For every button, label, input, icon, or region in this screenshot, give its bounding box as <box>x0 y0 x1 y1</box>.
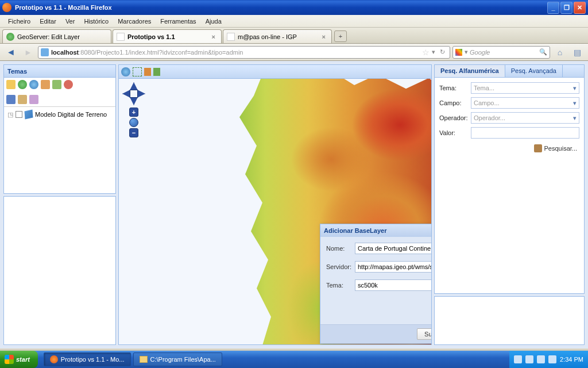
window-minimize-button[interactable]: _ <box>547 2 559 14</box>
submeter-button[interactable]: Submeter <box>417 328 431 340</box>
zoom-out-button[interactable]: − <box>129 128 138 137</box>
themes-panel-title: Temas <box>7 68 27 75</box>
home-button[interactable]: ⌂ <box>552 45 567 59</box>
themes-panel-header: Temas <box>4 65 115 78</box>
servidor-label: Servidor: <box>326 263 355 270</box>
operador-combo[interactable]: Operador... <box>471 112 579 124</box>
window-title: Prototipo vs 1.1 - Mozilla Firefox <box>15 4 547 11</box>
bookmarks-button[interactable]: ▤ <box>570 45 585 59</box>
nome-input[interactable]: Carta de Portugal Continental <box>355 243 431 254</box>
tab-label: GeoServer: Edit Layer <box>17 33 80 40</box>
clock[interactable]: 2:34 PM <box>560 356 583 363</box>
globe-icon[interactable] <box>18 80 27 89</box>
themes-toolbar <box>4 78 115 107</box>
start-button[interactable]: start <box>0 351 38 368</box>
servidor-select[interactable]: http://mapas.igeo.pt/wms/sc500k <box>355 261 431 273</box>
tab-strip: GeoServer: Edit Layer Prototipo vs 1.1 ×… <box>0 28 588 44</box>
menu-file[interactable]: Ficheiro <box>3 17 35 26</box>
tray-icon[interactable] <box>548 355 556 363</box>
firefox-icon <box>50 355 58 363</box>
expand-icon[interactable]: ◳ <box>7 111 13 118</box>
tray-icon[interactable] <box>525 355 533 363</box>
menu-bookmarks[interactable]: Marcadores <box>113 17 156 26</box>
pesquisar-button[interactable]: Pesquisar... <box>544 145 577 152</box>
taskbar-item-firefox[interactable]: Prototipo vs 1.1 - Mo... <box>44 352 131 366</box>
map-toolbar <box>119 65 431 79</box>
search-box[interactable]: ▾ Google 🔍 <box>452 46 550 59</box>
geoserver-icon <box>6 33 14 41</box>
tray-icon[interactable] <box>514 355 522 363</box>
tab-mapas[interactable]: m@pas on-line - IGP × <box>223 29 332 43</box>
save-icon[interactable] <box>6 95 16 104</box>
database-icon <box>534 144 542 152</box>
pan-north-button[interactable] <box>130 82 138 90</box>
tema-combo[interactable]: Tema... <box>471 82 579 94</box>
layer-tree: ◳ Modelo Digital de Terreno <box>4 107 115 122</box>
add-layer-icon[interactable] <box>6 80 16 89</box>
map-panel: + − Adicionar BaseLayer × Nome: Carta <box>118 64 432 345</box>
dropdown-arrow-icon[interactable]: ▾ <box>430 48 438 56</box>
pan-west-button[interactable] <box>122 90 130 98</box>
layer-icon[interactable] <box>41 80 50 89</box>
window-maximize-button[interactable]: ❐ <box>560 2 572 14</box>
page-content: Temas ◳ Modelo Digital de Terre <box>0 61 588 348</box>
action-icon[interactable] <box>52 80 61 89</box>
tab-alfanumerica[interactable]: Pesq. Alfanumérica <box>435 65 505 77</box>
window-titlebar: Prototipo vs 1.1 - Mozilla Firefox _ ❐ ✕ <box>0 0 588 15</box>
dropdown-arrow-icon[interactable]: ▾ <box>465 48 468 56</box>
bookmark-star-icon[interactable]: ☆ <box>422 48 430 57</box>
valor-label: Valor: <box>439 129 471 136</box>
tema-select[interactable]: sc500k <box>355 279 431 291</box>
add-baselayer-dialog: Adicionar BaseLayer × Nome: Carta de Por… <box>320 224 431 344</box>
google-icon <box>455 49 462 56</box>
tray-icon[interactable] <box>537 355 545 363</box>
tree-row[interactable]: ◳ Modelo Digital de Terreno <box>7 110 112 118</box>
map-canvas[interactable]: + − Adicionar BaseLayer × Nome: Carta <box>119 79 431 344</box>
search-panel: Pesq. Alfanumérica Pesq. Avançada Tema: … <box>434 64 585 294</box>
new-tab-button[interactable]: + <box>334 30 347 42</box>
reload-icon[interactable]: ↻ <box>438 48 447 56</box>
dialog-titlebar[interactable]: Adicionar BaseLayer × <box>320 224 431 237</box>
zoom-in-button[interactable]: + <box>129 108 138 117</box>
menu-help[interactable]: Ajuda <box>201 17 226 26</box>
windows-taskbar: start Prototipo vs 1.1 - Mo... C:\Progra… <box>0 351 588 368</box>
firefox-icon <box>2 3 11 12</box>
back-button[interactable]: ◄ <box>3 45 18 59</box>
pan-south-button[interactable] <box>130 97 138 105</box>
menu-tools[interactable]: Ferramentas <box>156 17 200 26</box>
valor-input[interactable] <box>471 127 579 139</box>
tab-geoserver[interactable]: GeoServer: Edit Layer <box>2 29 111 43</box>
campo-combo[interactable]: Campo... <box>471 97 579 109</box>
menu-edit[interactable]: Editar <box>35 17 61 26</box>
pin-icon[interactable] <box>144 68 151 76</box>
search-tabstrip: Pesq. Alfanumérica Pesq. Avançada <box>435 65 584 78</box>
pan-east-button[interactable] <box>137 90 145 98</box>
page-icon <box>117 33 125 41</box>
left-empty-panel <box>3 196 116 345</box>
zoom-world-button[interactable] <box>129 118 138 127</box>
identify-icon[interactable] <box>121 67 130 76</box>
tab-close-icon[interactable]: × <box>210 33 218 40</box>
tool-icon[interactable] <box>18 95 27 104</box>
fullextent-icon[interactable] <box>133 67 142 76</box>
layer-icon <box>25 110 33 120</box>
url-text: localhost:8080/Projecto1.1/index.html?id… <box>51 49 422 56</box>
remove-pin-icon[interactable] <box>153 68 160 76</box>
pan-zoom-control: + − <box>122 82 145 137</box>
forward-button[interactable]: ► <box>21 45 36 59</box>
page-icon <box>227 33 235 41</box>
tab-avancada[interactable]: Pesq. Avançada <box>505 65 563 77</box>
url-bar[interactable]: localhost:8080/Projecto1.1/index.html?id… <box>38 46 450 59</box>
menu-view[interactable]: Ver <box>61 17 80 26</box>
cut-icon[interactable] <box>29 95 38 104</box>
taskbar-item-explorer[interactable]: C:\Program Files\Apa... <box>133 352 222 366</box>
delete-icon[interactable] <box>64 80 73 89</box>
menu-history[interactable]: Histórico <box>79 17 113 26</box>
tab-label: Prototipo vs 1.1 <box>127 33 175 40</box>
search-icon[interactable]: 🔍 <box>539 48 547 56</box>
tab-close-icon[interactable]: × <box>320 33 328 40</box>
layer-checkbox[interactable] <box>16 111 22 118</box>
base-layer-icon[interactable] <box>29 80 38 89</box>
tab-prototipo[interactable]: Prototipo vs 1.1 × <box>113 29 222 43</box>
window-close-button[interactable]: ✕ <box>574 2 586 14</box>
